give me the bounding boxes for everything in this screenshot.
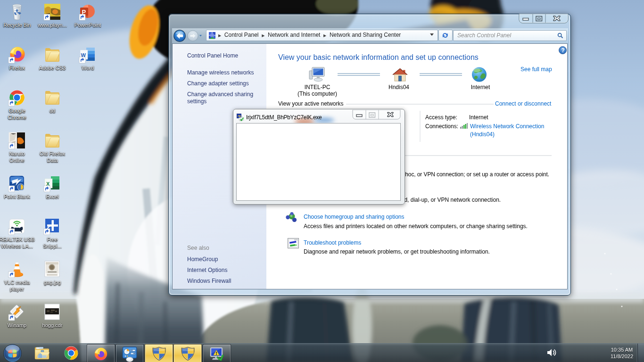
svg-text:?: ? <box>561 47 564 54</box>
